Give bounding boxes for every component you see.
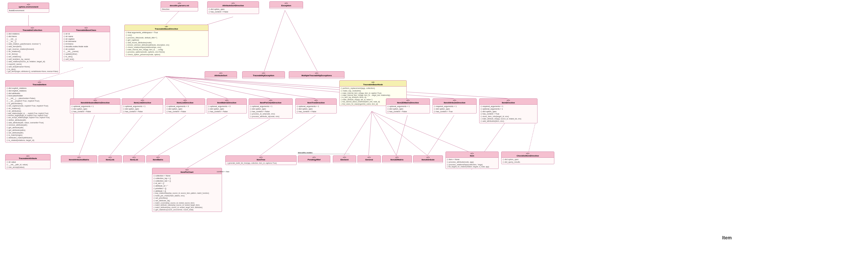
box-header-item-tree: «C» ItemTree <box>226 156 296 162</box>
classname-item-2d-matrix: Item2DMatrix <box>383 158 410 161</box>
classname-traceable-attribute: TraceableAttribute <box>6 157 49 160</box>
classname-item-list-node: ItemList <box>124 158 144 161</box>
svg-line-2 <box>166 11 179 25</box>
box-body-traceable-collection: ◇ dict relations ◇ dict items ◇ __init__… <box>5 32 59 73</box>
classname-item-attributes-matrix-directive: ItemAttributesMatrixDirective <box>71 101 119 104</box>
box-item-list-node: «C» ItemList <box>123 155 145 163</box>
classname-traceability-exception: TraceabilityException <box>244 74 284 77</box>
box-header-traceable-base-class: «C» TraceableBaseClass <box>62 26 110 32</box>
box-item-node: «C» Item ◇ item = None ◇ process_attribu… <box>445 152 499 169</box>
classname-sphinx-environment: sphinx.environment <box>9 6 48 8</box>
box-header-general: «C» General <box>358 156 380 162</box>
box-header-item-2d-matrix-directive: «C» Item2DMatrixDirective <box>386 99 430 105</box>
classname-traceable-base-directive: TraceableBaseDirective <box>126 28 207 30</box>
box-body-item-attributes-matrix-directive: ◇ optional_arguments = 1 ◇ dict option_s… <box>70 105 120 113</box>
box-header-pending-xref: «C» PendingXRef <box>298 156 330 162</box>
svg-line-14 <box>264 10 285 71</box>
box-header-traceability-exception: «C» TraceabilityException <box>243 71 285 77</box>
classname-item-matrix-directive: ItemMatrixDirective <box>208 101 246 104</box>
box-body-item-2d-matrix-directive: ◇ optional_arguments = 1 ◇ dict option_s… <box>386 105 430 113</box>
classname-traceable-base-node: TraceableBaseNode <box>341 84 405 86</box>
box-item-matrix-node: «C» ItemMatrix <box>146 155 170 163</box>
svg-line-8 <box>166 76 227 98</box>
box-header-exception: «C» Exception <box>270 2 303 7</box>
classname-item-directive: ItemDirective <box>480 101 536 104</box>
box-item-link-directive: «C» ItemLinkDirective ◇ optional_argumen… <box>122 98 163 114</box>
content-has-label: content = has <box>217 170 229 173</box>
box-body-traceability-exception <box>243 77 285 79</box>
classname-item-link-node: ItemLink <box>100 158 120 161</box>
box-traceable-attribute: «C» TraceableAttribute ◇ str value ◇ __i… <box>5 154 51 169</box>
box-item-attributes-matrix-node: «C» ItemAttributesMatrix <box>61 155 97 163</box>
box-header-item-link-directive: «C» ItemLinkDirective <box>122 99 163 105</box>
box-item-pie-chart: «C» ItemPieChart ◇ collection = None ◇ c… <box>152 168 222 212</box>
box-header-item-pie-chart: «C» ItemPieChart <box>152 168 222 174</box>
classname-traceable-base-class: TraceableBaseClass <box>63 29 109 31</box>
svg-line-7 <box>166 76 186 98</box>
box-header-traceable-base-directive: «A» TraceableBaseDirective <box>125 25 208 31</box>
svg-line-27 <box>396 115 407 155</box>
classname-item-tree-directive: ItemTreeDirective <box>297 101 335 104</box>
box-body-item-attribute <box>413 162 443 163</box>
box-body-item-node: ◇ item = None ◇ process_attribute(node, … <box>446 158 498 168</box>
box-body-sphinx-environment: BuildEnvironment <box>8 9 49 12</box>
box-body-checklist-item-directive: ◇ dict option_spec ◇ dot_query_results <box>501 158 554 164</box>
svg-line-22 <box>372 112 396 155</box>
classname-item-attributes-matrix-node: ItemAttributesMatrix <box>62 158 96 161</box>
box-header-docutils-parsers-rst: «C» docutils.parsers.rst <box>161 2 198 7</box>
box-body-item-list-node <box>123 162 145 163</box>
svg-line-5 <box>95 76 166 98</box>
classname-checklist-item-directive: ChecklistItemDirective <box>502 155 553 157</box>
box-header-item-list-node: «C» ItemList <box>123 156 145 162</box>
box-body-element <box>333 162 356 163</box>
box-body-item-tree: ◇ generate_bullet_list_tree(app, collect… <box>226 162 296 165</box>
stereotype-sphinx-environment: «C» <box>27 4 30 5</box>
box-header-item-2d-matrix: «C» Item2DMatrix <box>382 156 412 162</box>
box-item-link-node: «C» ItemLink <box>98 155 122 163</box>
box-item-tree-directive: «C» ItemTreeDirective ◇ optional_argumen… <box>295 98 337 114</box>
svg-line-13 <box>166 76 508 98</box>
box-header-sphinx-environment: «C» sphinx.environment <box>8 3 49 9</box>
classname-attribute-sort-directive: AttributeSortDirective <box>209 4 258 7</box>
box-header-item-tree-directive: «C» ItemTreeDirective <box>296 99 337 105</box>
box-body-exception <box>270 7 303 8</box>
classname-item-matrix-node: ItemMatrix <box>148 158 168 161</box>
box-header-item-attributes-matrix-node: «C» ItemAttributesMatrix <box>61 156 97 162</box>
box-item-2d-matrix: «C» Item2DMatrix <box>382 155 412 163</box>
svg-line-6 <box>143 76 166 98</box>
box-body-item-pie-chart-directive: ◇ optional_arguments = 1 ◇ dict option_s… <box>249 105 292 118</box>
box-header-traceable-attribute: «C» TraceableAttribute <box>5 154 50 160</box>
classname-item-2d-matrix-directive: Item2DMatrixDirective <box>387 101 429 104</box>
svg-line-12 <box>166 76 454 98</box>
box-body-item-attribute-directive: ◇ required_arguments = 1 ◇ dict option_s… <box>433 105 476 113</box>
box-traceable-item: «C» TraceableItem ◇ dict explicit_relati… <box>5 80 74 143</box>
box-body-item-2d-matrix <box>382 162 412 163</box>
svg-line-19 <box>158 115 227 155</box>
box-element: «C» Element <box>333 155 356 163</box>
svg-line-24 <box>372 112 471 153</box>
svg-line-16 <box>79 115 95 155</box>
box-header-item-directive: «C» ItemDirective <box>479 99 537 105</box>
docutils-nodes-label: docutils.nodes <box>298 152 350 154</box>
classname-item-list-directive: ItemListDirective <box>166 101 204 104</box>
box-body-item-link-directive: ◇ optional_arguments = 1 ◇ dict option_s… <box>122 105 163 113</box>
svg-line-3 <box>207 17 233 25</box>
box-item-matrix-directive: «C» ItemMatrixDirective ◇ optional_argum… <box>207 98 247 114</box>
box-header-traceable-base-node: «A» TraceableBaseNode <box>340 81 406 87</box>
box-body-item-matrix-directive: ◇ optional_arguments = 3 ◇ dict option_s… <box>207 105 247 113</box>
box-header-attribute-sort-directive: «C» AttributeSortDirective <box>208 2 259 7</box>
classname-traceable-collection: TraceableCollection <box>6 29 58 31</box>
svg-line-23 <box>372 112 427 155</box>
svg-line-9 <box>166 76 270 98</box>
box-header-traceable-collection: «C» TraceableCollection <box>5 26 59 32</box>
box-traceability-exception: «C» TraceabilityException <box>242 71 285 79</box>
box-traceable-base-class: «C» TraceableBaseClass ◇ str id ◇ str na… <box>62 26 110 61</box>
svg-line-26 <box>369 112 372 155</box>
box-body-traceable-attribute: ◇ str value ◇ __init__(attr_id, value) ◇… <box>5 160 50 169</box>
box-header-item-pie-chart-directive: «C» ItemPieChartDirective <box>249 99 292 105</box>
box-body-item-link-node <box>99 162 122 163</box>
box-item-list-directive: «C» ItemListDirective ◇ optional_argumen… <box>165 98 205 114</box>
box-body-traceable-base-directive: ◇ final arguments_whitespace = True ◇ ru… <box>125 31 208 57</box>
box-item-attributes-matrix-directive: «C» ItemAttributesMatrixDirective ◇ opti… <box>70 98 120 114</box>
classname-item-attribute: ItemAttribute <box>414 158 442 161</box>
